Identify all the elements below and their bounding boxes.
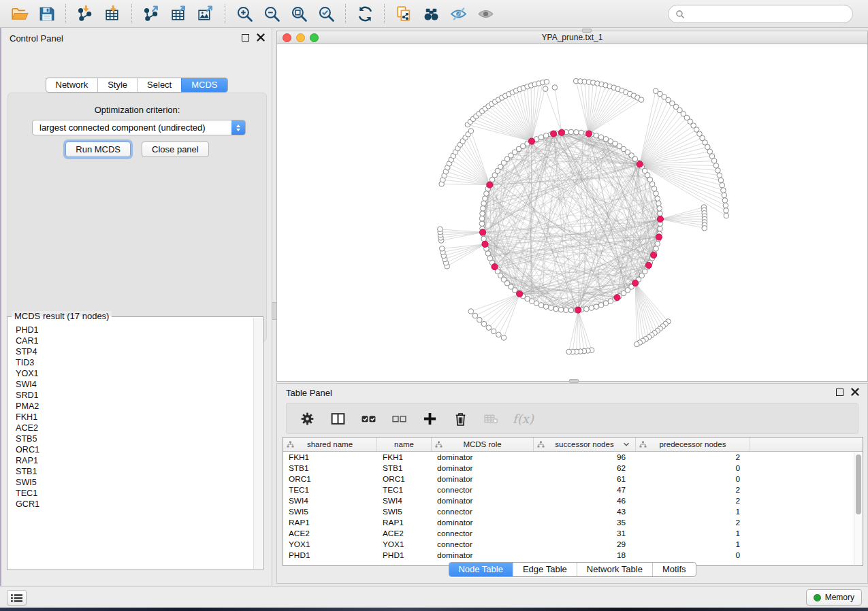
mcds-result-item[interactable]: STP4 bbox=[9, 346, 252, 357]
mcds-result-item[interactable]: STB1 bbox=[9, 466, 252, 477]
table-scrollbar[interactable] bbox=[854, 452, 862, 565]
duplicate-network-button[interactable] bbox=[391, 3, 416, 24]
table-row[interactable]: ORC1ORC1dominator610 bbox=[283, 474, 863, 484]
minimize-window-icon[interactable] bbox=[296, 33, 305, 42]
mcds-result-item[interactable]: ORC1 bbox=[9, 444, 252, 455]
column-header-predecessor-nodes[interactable]: predecessor nodes bbox=[636, 437, 750, 451]
cell-successor-nodes: 29 bbox=[534, 539, 636, 550]
tab-edge-table[interactable]: Edge Table bbox=[513, 563, 577, 576]
zoom-selected-button[interactable] bbox=[314, 3, 338, 24]
tab-network[interactable]: Network bbox=[46, 78, 97, 92]
run-mcds-button[interactable]: Run MCDS bbox=[65, 142, 131, 157]
table-row[interactable]: RAP1RAP1dominator352 bbox=[283, 517, 863, 528]
close-panel-button[interactable]: Close panel bbox=[142, 142, 209, 157]
zoom-fit-button[interactable] bbox=[287, 3, 311, 24]
search-field[interactable] bbox=[668, 5, 853, 23]
cell-predecessor-nodes: 2 bbox=[636, 495, 750, 506]
top-splitter-handle[interactable] bbox=[582, 29, 592, 33]
mcds-result-item[interactable]: TEC1 bbox=[9, 488, 252, 499]
export-image-button[interactable] bbox=[193, 3, 218, 24]
close-panel-icon[interactable] bbox=[257, 33, 265, 42]
mcds-result-item[interactable]: RAP1 bbox=[9, 455, 252, 466]
zoom-out-button[interactable] bbox=[259, 3, 284, 24]
column-header-shared-name[interactable]: shared name bbox=[283, 437, 377, 451]
table-row[interactable]: PHD1PHD1dominator180 bbox=[283, 550, 863, 561]
deselect-all-button[interactable] bbox=[390, 410, 408, 427]
select-all-button[interactable] bbox=[359, 410, 377, 427]
tab-select[interactable]: Select bbox=[137, 78, 181, 92]
search-input[interactable] bbox=[688, 8, 852, 20]
tab-network-table[interactable]: Network Table bbox=[577, 563, 652, 576]
desktop-wallpaper-strip bbox=[0, 608, 868, 611]
close-table-panel-icon[interactable] bbox=[851, 388, 859, 396]
column-header-MCDS-role[interactable]: MCDS role bbox=[432, 437, 534, 451]
binoculars-button[interactable] bbox=[419, 3, 443, 24]
mcds-result-item[interactable]: TID3 bbox=[9, 357, 252, 368]
split-panel-button[interactable] bbox=[329, 410, 347, 427]
save-session-button[interactable] bbox=[34, 3, 59, 24]
mcds-result-item[interactable]: ACE2 bbox=[9, 423, 252, 433]
cell-successor-nodes: 96 bbox=[534, 452, 636, 463]
status-menu-button[interactable] bbox=[7, 590, 27, 606]
tab-motifs[interactable]: Motifs bbox=[652, 563, 696, 576]
tab-mcds[interactable]: MCDS bbox=[181, 78, 227, 92]
cell-successor-nodes: 62 bbox=[534, 463, 636, 474]
table-row[interactable]: ACE2ACE2connector311 bbox=[283, 528, 863, 539]
mcds-result-item[interactable]: CAR1 bbox=[9, 335, 252, 346]
export-network-icon bbox=[142, 5, 161, 23]
mcds-result-item[interactable]: PHD1 bbox=[9, 325, 252, 335]
delete-columns-button[interactable] bbox=[451, 410, 469, 427]
import-network-button[interactable] bbox=[73, 3, 97, 24]
result-scrollbar[interactable] bbox=[253, 318, 262, 569]
open-file-button[interactable] bbox=[7, 3, 31, 24]
table-row[interactable]: YOX1YOX1connector291 bbox=[283, 539, 863, 550]
table-scrollbar-thumb[interactable] bbox=[856, 455, 861, 514]
attribute-type-icon bbox=[287, 441, 294, 448]
cell-predecessor-nodes: 2 bbox=[636, 452, 750, 463]
mcds-result-item[interactable]: FKH1 bbox=[9, 412, 252, 423]
criterion-dropdown[interactable]: largest connected component (undirected) bbox=[32, 120, 246, 135]
cell-name: FKH1 bbox=[377, 452, 432, 463]
float-panel-icon[interactable] bbox=[242, 34, 249, 42]
memory-button[interactable]: Memory bbox=[806, 589, 862, 606]
table-row[interactable]: SWI5SWI5connector431 bbox=[283, 506, 863, 517]
table-row[interactable]: TEC1TEC1connector472 bbox=[283, 484, 863, 495]
tab-node-table[interactable]: Node Table bbox=[449, 563, 513, 576]
mcds-result-item[interactable]: GCR1 bbox=[9, 499, 252, 510]
cell-mcds-role: connector bbox=[432, 506, 534, 517]
show-all-button[interactable] bbox=[473, 3, 498, 24]
tab-style[interactable]: Style bbox=[97, 78, 137, 92]
table-settings-button[interactable] bbox=[298, 410, 316, 427]
mcds-result-item[interactable]: PMA2 bbox=[9, 401, 252, 412]
mcds-result-item[interactable]: YOX1 bbox=[9, 368, 252, 379]
column-header-successor-nodes[interactable]: successor nodes bbox=[534, 437, 636, 451]
mcds-result-item[interactable]: SRD1 bbox=[9, 390, 252, 401]
network-canvas-svg[interactable] bbox=[277, 44, 867, 381]
mcds-result-item[interactable]: SWI4 bbox=[9, 379, 252, 390]
attribute-type-icon bbox=[537, 441, 545, 448]
cell-mcds-role: connector bbox=[432, 484, 534, 495]
search-icon bbox=[675, 10, 685, 19]
apply-layout-button[interactable] bbox=[353, 3, 377, 24]
export-table-button[interactable] bbox=[166, 3, 191, 24]
table-row[interactable]: FKH1FKH1dominator962 bbox=[283, 452, 863, 463]
zoom-in-button[interactable] bbox=[232, 3, 257, 24]
zoom-window-icon[interactable] bbox=[310, 33, 319, 42]
export-network-button[interactable] bbox=[139, 3, 163, 24]
network-window-titlebar[interactable]: YPA_prune.txt_1 bbox=[277, 31, 867, 44]
column-header-name[interactable]: name bbox=[377, 437, 432, 451]
close-window-icon[interactable] bbox=[283, 33, 291, 42]
import-table-button[interactable] bbox=[100, 3, 125, 24]
cell-shared-name: YOX1 bbox=[283, 539, 377, 550]
zoom-in-icon bbox=[236, 5, 254, 23]
cell-mcds-role: connector bbox=[432, 528, 534, 539]
cell-shared-name: PHD1 bbox=[283, 550, 377, 561]
create-column-button[interactable] bbox=[421, 410, 438, 427]
table-row[interactable]: STB1STB1dominator620 bbox=[283, 463, 863, 474]
cell-name: RAP1 bbox=[377, 517, 432, 528]
float-table-panel-icon[interactable] bbox=[836, 389, 843, 396]
table-row[interactable]: SWI4SWI4dominator462 bbox=[283, 495, 863, 506]
mcds-result-item[interactable]: SWI5 bbox=[9, 477, 252, 488]
mcds-result-item[interactable]: STB5 bbox=[9, 433, 252, 444]
hide-selected-button[interactable] bbox=[446, 3, 470, 24]
